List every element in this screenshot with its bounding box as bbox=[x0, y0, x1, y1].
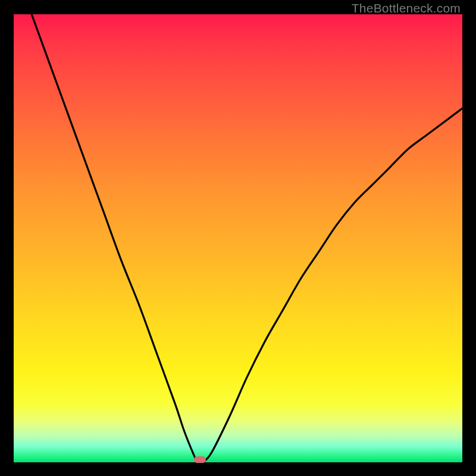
plot-area bbox=[14, 14, 462, 462]
chart-frame: TheBottleneck.com bbox=[0, 0, 476, 476]
watermark-text: TheBottleneck.com bbox=[352, 1, 461, 15]
optimal-marker bbox=[194, 456, 206, 463]
bottleneck-curve bbox=[14, 14, 462, 462]
